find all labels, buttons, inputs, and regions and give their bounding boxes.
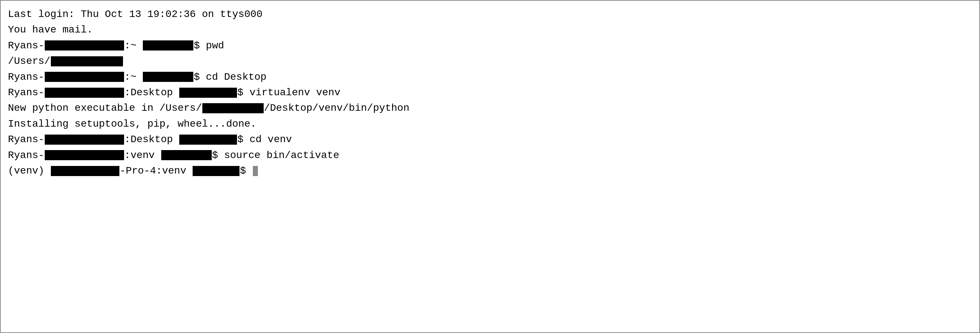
redacted-user-3 xyxy=(143,40,193,51)
prompt-cmd-10: $ source bin/activate xyxy=(212,148,339,163)
prompt-dir-10: :venv xyxy=(124,148,161,163)
prompt-cmd-6: $ virtualenv venv xyxy=(237,85,340,100)
redacted-user-6 xyxy=(179,88,237,98)
output-installing-8: Installing setuptools, pip, wheel...done… xyxy=(8,116,256,132)
terminal-line-4: /Users/ xyxy=(8,53,972,69)
terminal-cursor xyxy=(253,166,258,176)
terminal-line-5: Ryans- :~ $ cd Desktop xyxy=(8,69,972,85)
redacted-user-9 xyxy=(179,135,237,145)
prompt-dir-9: :Desktop xyxy=(124,132,179,147)
output-path-7: /Desktop/venv/bin/python xyxy=(264,100,409,116)
terminal-line-11: (venv) -Pro-4:venv $ xyxy=(8,163,972,178)
redacted-user-7 xyxy=(202,103,264,113)
redacted-user-4 xyxy=(51,56,123,66)
redacted-user-5 xyxy=(143,72,193,82)
terminal-window: Last login: Thu Oct 13 19:02:36 on ttys0… xyxy=(0,0,980,333)
terminal-line-10: Ryans- :venv $ source bin/activate xyxy=(8,148,972,163)
terminal-line-3: Ryans- :~ $ pwd xyxy=(8,38,972,53)
redacted-hostname-3 xyxy=(45,40,124,51)
venv-prefix-11: (venv) xyxy=(8,163,51,178)
terminal-line-8: Installing setuptools, pip, wheel...done… xyxy=(8,116,972,132)
prompt-cmd-5: $ cd Desktop xyxy=(194,69,267,85)
redacted-hostname-6 xyxy=(45,88,124,98)
prompt-cmd-9: $ cd venv xyxy=(237,132,292,147)
prompt-prefix-3: Ryans- xyxy=(8,38,45,53)
redacted-user-10 xyxy=(161,150,212,160)
prompt-prefix-9: Ryans- xyxy=(8,132,45,147)
prompt-dir-3: :~ xyxy=(124,38,143,53)
output-new-python-7: New python executable in /Users/ xyxy=(8,100,202,116)
prompt-prefix-10: Ryans- xyxy=(8,148,45,163)
terminal-line-9: Ryans- :Desktop $ cd venv xyxy=(8,132,972,147)
prompt-dir-11: -Pro-4:venv xyxy=(120,163,192,178)
prompt-prefix-6: Ryans- xyxy=(8,85,45,100)
terminal-line-2: You have mail. xyxy=(8,22,972,38)
prompt-dir-5: :~ xyxy=(124,69,143,85)
terminal-line-6: Ryans- :Desktop $ virtualenv venv xyxy=(8,85,972,100)
terminal-line-7: New python executable in /Users/ /Deskto… xyxy=(8,100,972,116)
output-users-4: /Users/ xyxy=(8,53,51,69)
terminal-line-1: Last login: Thu Oct 13 19:02:36 on ttys0… xyxy=(8,6,972,22)
redacted-hostname2-11 xyxy=(51,166,119,176)
prompt-cmd-3: $ pwd xyxy=(194,38,224,53)
prompt-dollar-11: $ xyxy=(240,163,252,178)
redacted-hostname-5 xyxy=(45,72,124,82)
last-login-text: Last login: Thu Oct 13 19:02:36 on ttys0… xyxy=(8,6,262,22)
prompt-prefix-5: Ryans- xyxy=(8,69,45,85)
redacted-user-11 xyxy=(192,166,240,176)
prompt-dir-6: :Desktop xyxy=(124,85,179,100)
mail-text: You have mail. xyxy=(8,22,93,38)
redacted-hostname-10 xyxy=(45,150,124,160)
redacted-hostname-9 xyxy=(45,135,124,145)
